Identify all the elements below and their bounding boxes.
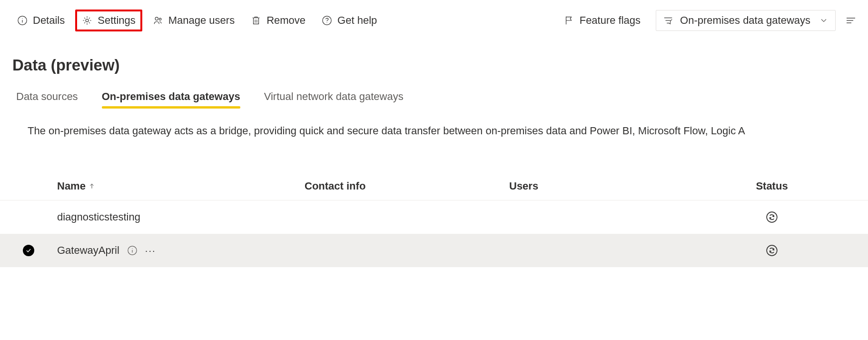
help-icon (322, 15, 332, 26)
tab-bar: Data sources On-premises data gateways V… (0, 74, 868, 108)
gear-icon (82, 15, 92, 26)
details-button[interactable]: Details (11, 10, 70, 30)
svg-point-21 (767, 245, 777, 256)
trash-icon (251, 15, 261, 26)
chevron-down-icon (819, 16, 829, 25)
svg-point-20 (132, 248, 132, 249)
svg-point-4 (155, 17, 158, 20)
tab-virtual-network-gateways[interactable]: Virtual network data gateways (264, 90, 404, 108)
info-icon[interactable] (127, 245, 138, 256)
filter-list-icon[interactable] (845, 15, 857, 26)
svg-point-5 (159, 18, 161, 20)
column-header-name[interactable]: Name (57, 180, 305, 192)
get-help-button[interactable]: Get help (316, 10, 383, 30)
gateway-name: GatewayApril (57, 244, 119, 257)
more-actions-icon[interactable]: ··· (145, 245, 156, 256)
tab-description: The on-premises data gateway acts as a b… (0, 108, 868, 137)
settings-label: Settings (98, 14, 136, 27)
filter-dropdown[interactable]: On-premises data gateways (656, 10, 836, 31)
manage-users-button[interactable]: Manage users (147, 10, 240, 30)
get-help-label: Get help (337, 14, 377, 27)
details-label: Details (33, 14, 65, 27)
feature-flags-label: Feature flags (580, 14, 641, 27)
sort-asc-icon (89, 183, 95, 190)
gateway-table: Name Contact info Users Status diagnosti… (0, 180, 868, 267)
gateway-name: diagnosticstesting (57, 211, 140, 223)
command-bar: Details Settings Manage users Remove Get… (0, 0, 868, 41)
feature-flags-button[interactable]: Feature flags (558, 10, 646, 30)
svg-point-9 (326, 22, 327, 23)
refresh-icon[interactable] (766, 211, 778, 223)
filter-dropdown-label: On-premises data gateways (680, 14, 810, 27)
manage-users-label: Manage users (168, 14, 235, 27)
svg-point-3 (86, 19, 89, 22)
flag-icon (564, 15, 574, 26)
page-title: Data (preview) (0, 41, 868, 74)
settings-button[interactable]: Settings (75, 10, 142, 31)
filter-icon (663, 15, 673, 26)
refresh-icon[interactable] (766, 244, 778, 257)
remove-label: Remove (266, 14, 306, 27)
svg-point-17 (767, 212, 777, 222)
table-row[interactable]: GatewayApril ··· (0, 234, 868, 267)
svg-point-2 (22, 18, 22, 19)
column-header-name-label: Name (57, 180, 86, 192)
info-icon (17, 15, 28, 26)
table-row[interactable]: diagnosticstesting (0, 200, 868, 234)
column-header-status[interactable]: Status (690, 180, 854, 192)
row-selected-check-icon[interactable] (23, 245, 34, 256)
column-header-contact[interactable]: Contact info (305, 180, 509, 192)
tab-data-sources[interactable]: Data sources (16, 90, 78, 108)
remove-button[interactable]: Remove (245, 10, 311, 30)
people-icon (153, 15, 163, 26)
tab-on-premises-gateways[interactable]: On-premises data gateways (102, 90, 240, 108)
column-header-users[interactable]: Users (509, 180, 690, 192)
table-header: Name Contact info Users Status (0, 180, 868, 200)
